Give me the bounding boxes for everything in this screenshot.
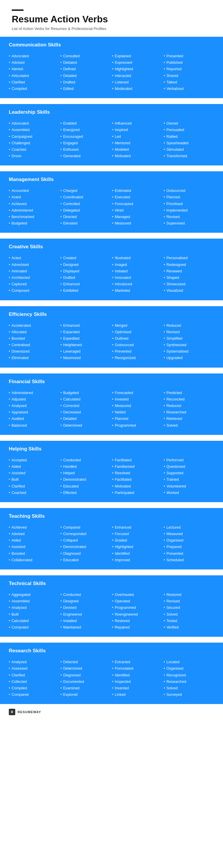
verb-item: Presented [164,53,214,59]
verb-column-3: PredictedReconciledReducedResearchedRetr… [164,390,214,428]
verb-item: Prepared [164,544,214,550]
section-communication-skills: Communication SkillsAdvocatedAdvisedAler… [0,37,223,98]
verb-column-1: CreatedDesignedDisplayedDraftedEnhancedE… [61,255,111,293]
verb-item: Volunteered [164,484,214,489]
verb-columns: AccountedActedAchievedAdministeredBenchm… [9,188,214,226]
verb-column-1: BudgetedCalculatedCorrectedDecreasedDeta… [61,390,111,428]
verb-columns: AcceptedAidedAssistedBuiltClarifiedCoach… [9,457,214,496]
verb-column-1: ComparedCorrespondedCritiquedDemonstrate… [61,525,111,563]
footer-logo-text: RESUMEWAY [17,710,41,714]
verb-column-3: PresentedPublishedReportedSharedTalkedVe… [164,53,214,92]
verb-item: Persuaded [164,127,214,133]
verb-item: Graded [112,537,162,543]
verb-item: Merged [112,322,162,329]
verb-item: Reduced [164,403,214,409]
verb-column-1: DetectedDeterminedDiagnosedDocumentedExa… [61,659,111,698]
verb-item: Identified [112,551,162,557]
verb-item: Visualized [164,288,214,293]
verb-item: Restored [164,592,214,598]
verb-item: Worked [164,490,214,496]
verb-item: Benchmarked [9,214,59,220]
verb-item: Created [61,255,111,261]
verb-item: Engineered [61,612,111,617]
verb-item: Personalised [164,255,214,261]
verb-item: Engaged [61,140,111,146]
page-subtitle: List of Action Verbs for Resumes & Profe… [12,26,211,31]
verb-item: Forecasted [112,201,162,207]
verb-item: Handled [61,464,111,470]
verb-item: Demonstrated [61,544,111,550]
verb-item: Detailed [61,73,111,79]
verb-item: Detected [61,659,111,665]
verb-column-2: ForecastedInvestedMeasuredNettedPlannedP… [112,390,162,428]
verb-item: Maintained [61,624,111,630]
verb-item: Reconciled [164,396,214,402]
verb-column-0: AccountedActedAchievedAdministeredBenchm… [9,188,59,226]
header: Resume Action Verbs List of Action Verbs… [0,0,223,37]
verb-item: Innovated [112,275,162,281]
verb-item: Compiled [9,86,59,92]
verb-item: Initiated [112,268,162,274]
verb-item: Secured [164,605,214,611]
verb-item: Enhanced [61,322,111,329]
verb-column-0: ActedAdvertisedAnimatedArchitectedCaptur… [9,255,59,293]
verb-item: Diagnosed [61,551,111,557]
verb-item: Estimated [112,188,162,194]
verb-item: Systematised [164,348,214,354]
section-title: Teaching Skills [9,513,214,520]
verb-item: Assessed [9,665,59,672]
verb-item: Reported [164,66,214,72]
verb-item: Published [164,60,214,65]
verb-item: Assisted [9,544,59,550]
verb-item: Decreased [61,409,111,415]
verb-item: Maximized [61,355,111,361]
verb-column-2: ExtractedFormulatedIdentifiedInspectedIn… [112,659,162,698]
verb-item: Assembled [9,598,59,604]
verb-column-3: OutsourcedPlannedPrioritisedImplementedR… [164,188,214,226]
verb-item: Organised [164,665,214,672]
verb-item: Modeled [112,147,162,153]
verb-item: Conducted [61,457,111,463]
verb-item: Energized [61,127,111,133]
verb-item: Accelerated [9,322,59,329]
verb-item: Stimulated [164,147,214,153]
verb-columns: AnalysedAssessedClarifiedCollectedCompil… [9,659,214,698]
verb-item: Synthesised [164,342,214,348]
verb-column-1: EnhancedExpandedExpeditedHeightenedLever… [61,322,111,361]
verb-item: Measured [164,531,214,537]
verb-item: Introduced [112,281,162,287]
verb-item: Shaped [164,275,214,281]
verb-columns: AchievedAdvisedAidedAssistedBoostedColla… [9,525,214,563]
verb-item: Measured [112,220,162,226]
verb-item: Reorganized [112,355,162,361]
verb-item: Outlined [112,336,162,341]
verb-item: Performed [164,457,214,463]
verb-item: Mentored [112,140,162,146]
section-title: Communication Skills [9,42,214,49]
verb-item: Collected [9,679,59,685]
verb-item: Expressed [112,60,162,65]
verb-item: Animated [9,268,59,274]
verb-item: Composed [9,288,59,293]
verb-item: Acted [9,194,59,200]
verb-item: Formulated [112,665,162,672]
verb-item: Balanced [9,423,59,428]
verb-item: Focused [112,531,162,537]
verb-item: Calculated [61,396,111,402]
verb-item: Analysed [9,659,59,665]
verb-item: Appraised [9,409,59,415]
verb-item: Encouraged [61,134,111,140]
verb-column-0: AggregatedAssembledAnalysedBuiltCalculat… [9,592,59,630]
verb-column-2: ExplainedExpressedHighlightedInteractedL… [112,53,162,92]
footer-logo-icon: R [9,709,15,715]
verb-column-1: EnabledEnergizedEncouragedEngagedEnthuse… [61,121,111,159]
verb-item: Documented [61,679,111,685]
verb-item: Advised [9,60,59,65]
verb-item: Enthused [61,147,111,153]
verb-column-3: PerformedQuestionedSupportedTrainedVolun… [164,457,214,496]
verb-item: Supervised [164,220,214,226]
verb-item: Diagnosed [61,672,111,678]
verb-item: Exhibited [61,288,111,293]
verb-item: Talked [164,79,214,85]
verb-column-2: MergedOptimisedOutlinedOutsourcedPrevent… [112,322,162,361]
